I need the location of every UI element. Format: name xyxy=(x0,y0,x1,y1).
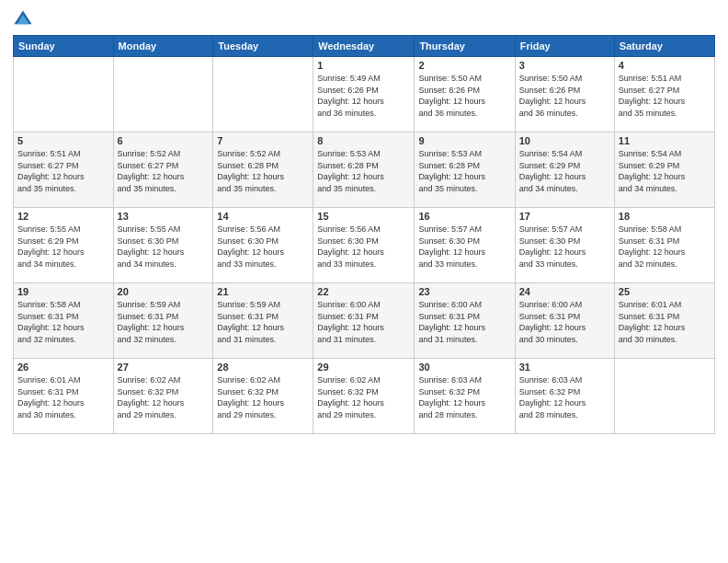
calendar-cell: 7Sunrise: 5:52 AM Sunset: 6:28 PM Daylig… xyxy=(213,132,313,208)
calendar-cell: 12Sunrise: 5:55 AM Sunset: 6:29 PM Dayli… xyxy=(14,208,114,283)
day-info: Sunrise: 5:52 AM Sunset: 6:28 PM Dayligh… xyxy=(217,148,309,194)
day-number: 15 xyxy=(317,211,410,222)
logo-icon xyxy=(13,9,33,29)
day-number: 8 xyxy=(317,135,410,146)
day-number: 16 xyxy=(418,211,510,222)
logo xyxy=(13,9,37,29)
day-info: Sunrise: 6:00 AM Sunset: 6:31 PM Dayligh… xyxy=(317,299,410,345)
calendar-cell: 16Sunrise: 5:57 AM Sunset: 6:30 PM Dayli… xyxy=(415,208,515,283)
calendar-cell: 27Sunrise: 6:02 AM Sunset: 6:32 PM Dayli… xyxy=(113,359,213,434)
calendar-cell: 1Sunrise: 5:49 AM Sunset: 6:26 PM Daylig… xyxy=(313,57,415,132)
day-number: 4 xyxy=(619,60,711,71)
day-number: 23 xyxy=(418,286,510,297)
day-info: Sunrise: 6:02 AM Sunset: 6:32 PM Dayligh… xyxy=(217,374,309,420)
day-info: Sunrise: 5:56 AM Sunset: 6:30 PM Dayligh… xyxy=(217,224,309,270)
calendar-week-2: 5Sunrise: 5:51 AM Sunset: 6:27 PM Daylig… xyxy=(14,132,715,208)
day-info: Sunrise: 5:50 AM Sunset: 6:26 PM Dayligh… xyxy=(519,73,610,119)
header-wednesday: Wednesday xyxy=(313,36,415,57)
header-monday: Monday xyxy=(113,36,213,57)
calendar-cell: 24Sunrise: 6:00 AM Sunset: 6:31 PM Dayli… xyxy=(515,283,614,359)
day-number: 28 xyxy=(217,362,309,373)
day-info: Sunrise: 5:54 AM Sunset: 6:29 PM Dayligh… xyxy=(519,148,610,194)
day-number: 1 xyxy=(317,60,410,71)
day-info: Sunrise: 5:50 AM Sunset: 6:26 PM Dayligh… xyxy=(418,73,510,119)
calendar-cell: 11Sunrise: 5:54 AM Sunset: 6:29 PM Dayli… xyxy=(614,132,714,208)
calendar-cell: 22Sunrise: 6:00 AM Sunset: 6:31 PM Dayli… xyxy=(313,283,415,359)
day-number: 10 xyxy=(519,135,610,146)
header-thursday: Thursday xyxy=(415,36,515,57)
day-info: Sunrise: 6:02 AM Sunset: 6:32 PM Dayligh… xyxy=(317,374,410,420)
calendar-cell: 4Sunrise: 5:51 AM Sunset: 6:27 PM Daylig… xyxy=(614,57,714,132)
header-saturday: Saturday xyxy=(614,36,714,57)
day-info: Sunrise: 5:51 AM Sunset: 6:27 PM Dayligh… xyxy=(17,148,109,194)
calendar-cell: 19Sunrise: 5:58 AM Sunset: 6:31 PM Dayli… xyxy=(14,283,114,359)
calendar-cell: 2Sunrise: 5:50 AM Sunset: 6:26 PM Daylig… xyxy=(415,57,515,132)
day-number: 3 xyxy=(519,60,610,71)
calendar-cell: 8Sunrise: 5:53 AM Sunset: 6:28 PM Daylig… xyxy=(313,132,415,208)
calendar-cell xyxy=(213,57,313,132)
day-number: 24 xyxy=(519,286,610,297)
day-number: 18 xyxy=(619,211,711,222)
day-info: Sunrise: 5:55 AM Sunset: 6:29 PM Dayligh… xyxy=(17,224,109,270)
calendar-cell: 9Sunrise: 5:53 AM Sunset: 6:28 PM Daylig… xyxy=(415,132,515,208)
day-info: Sunrise: 5:53 AM Sunset: 6:28 PM Dayligh… xyxy=(418,148,510,194)
day-number: 25 xyxy=(619,286,711,297)
day-info: Sunrise: 6:01 AM Sunset: 6:31 PM Dayligh… xyxy=(17,374,109,420)
header-area xyxy=(13,9,715,29)
calendar-cell xyxy=(113,57,213,132)
calendar-cell: 17Sunrise: 5:57 AM Sunset: 6:30 PM Dayli… xyxy=(515,208,614,283)
calendar-cell: 25Sunrise: 6:01 AM Sunset: 6:31 PM Dayli… xyxy=(614,283,714,359)
day-number: 11 xyxy=(619,135,711,146)
day-number: 20 xyxy=(118,286,210,297)
day-number: 29 xyxy=(317,362,410,373)
day-info: Sunrise: 5:59 AM Sunset: 6:31 PM Dayligh… xyxy=(217,299,309,345)
day-number: 2 xyxy=(418,60,510,71)
day-info: Sunrise: 6:03 AM Sunset: 6:32 PM Dayligh… xyxy=(519,374,610,420)
day-number: 19 xyxy=(17,286,109,297)
day-info: Sunrise: 5:52 AM Sunset: 6:27 PM Dayligh… xyxy=(118,148,210,194)
day-number: 17 xyxy=(519,211,610,222)
calendar-week-3: 12Sunrise: 5:55 AM Sunset: 6:29 PM Dayli… xyxy=(14,208,715,283)
calendar-cell: 6Sunrise: 5:52 AM Sunset: 6:27 PM Daylig… xyxy=(113,132,213,208)
calendar-cell: 5Sunrise: 5:51 AM Sunset: 6:27 PM Daylig… xyxy=(14,132,114,208)
day-number: 26 xyxy=(17,362,109,373)
calendar-cell: 14Sunrise: 5:56 AM Sunset: 6:30 PM Dayli… xyxy=(213,208,313,283)
calendar-cell xyxy=(14,57,114,132)
calendar-cell: 15Sunrise: 5:56 AM Sunset: 6:30 PM Dayli… xyxy=(313,208,415,283)
day-number: 9 xyxy=(418,135,510,146)
day-number: 7 xyxy=(217,135,309,146)
calendar-cell xyxy=(614,359,714,434)
day-info: Sunrise: 6:01 AM Sunset: 6:31 PM Dayligh… xyxy=(619,299,711,345)
header-friday: Friday xyxy=(515,36,614,57)
day-number: 12 xyxy=(17,211,109,222)
day-number: 27 xyxy=(118,362,210,373)
day-info: Sunrise: 5:58 AM Sunset: 6:31 PM Dayligh… xyxy=(17,299,109,345)
day-info: Sunrise: 6:03 AM Sunset: 6:32 PM Dayligh… xyxy=(418,374,510,420)
day-info: Sunrise: 5:57 AM Sunset: 6:30 PM Dayligh… xyxy=(418,224,510,270)
calendar-cell: 26Sunrise: 6:01 AM Sunset: 6:31 PM Dayli… xyxy=(14,359,114,434)
day-number: 13 xyxy=(118,211,210,222)
calendar-cell: 23Sunrise: 6:00 AM Sunset: 6:31 PM Dayli… xyxy=(415,283,515,359)
day-number: 21 xyxy=(217,286,309,297)
calendar-header-row: SundayMondayTuesdayWednesdayThursdayFrid… xyxy=(14,36,715,57)
day-number: 14 xyxy=(217,211,309,222)
day-info: Sunrise: 5:59 AM Sunset: 6:31 PM Dayligh… xyxy=(118,299,210,345)
day-number: 6 xyxy=(118,135,210,146)
calendar-cell: 21Sunrise: 5:59 AM Sunset: 6:31 PM Dayli… xyxy=(213,283,313,359)
day-info: Sunrise: 5:56 AM Sunset: 6:30 PM Dayligh… xyxy=(317,224,410,270)
day-info: Sunrise: 5:57 AM Sunset: 6:30 PM Dayligh… xyxy=(519,224,610,270)
calendar-page: SundayMondayTuesdayWednesdayThursdayFrid… xyxy=(0,0,728,563)
day-info: Sunrise: 5:54 AM Sunset: 6:29 PM Dayligh… xyxy=(619,148,711,194)
day-number: 31 xyxy=(519,362,610,373)
calendar-cell: 20Sunrise: 5:59 AM Sunset: 6:31 PM Dayli… xyxy=(113,283,213,359)
day-number: 22 xyxy=(317,286,410,297)
day-info: Sunrise: 6:00 AM Sunset: 6:31 PM Dayligh… xyxy=(418,299,510,345)
calendar-week-5: 26Sunrise: 6:01 AM Sunset: 6:31 PM Dayli… xyxy=(14,359,715,434)
calendar-cell: 30Sunrise: 6:03 AM Sunset: 6:32 PM Dayli… xyxy=(415,359,515,434)
day-info: Sunrise: 5:51 AM Sunset: 6:27 PM Dayligh… xyxy=(619,73,711,119)
calendar-cell: 31Sunrise: 6:03 AM Sunset: 6:32 PM Dayli… xyxy=(515,359,614,434)
day-info: Sunrise: 5:58 AM Sunset: 6:31 PM Dayligh… xyxy=(619,224,711,270)
calendar-table: SundayMondayTuesdayWednesdayThursdayFrid… xyxy=(13,35,715,434)
calendar-cell: 29Sunrise: 6:02 AM Sunset: 6:32 PM Dayli… xyxy=(313,359,415,434)
calendar-cell: 18Sunrise: 5:58 AM Sunset: 6:31 PM Dayli… xyxy=(614,208,714,283)
